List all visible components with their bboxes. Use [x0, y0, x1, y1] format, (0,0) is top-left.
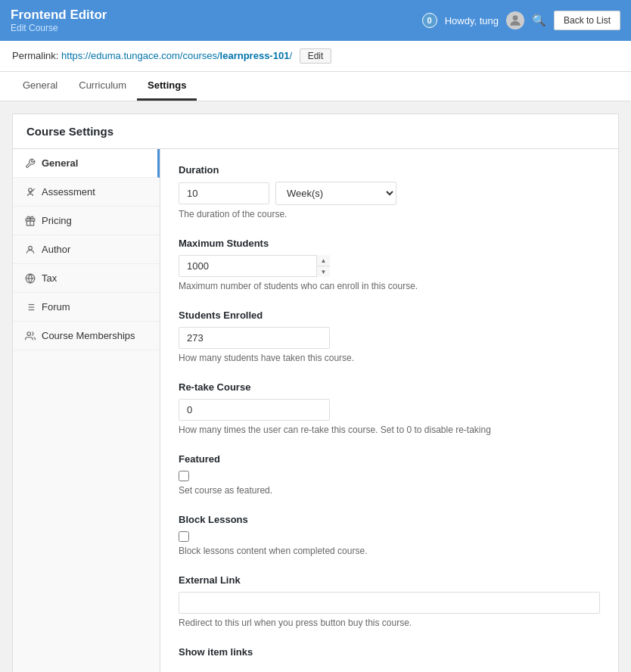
block-lessons-description: Block lessons content when completed cou… — [179, 546, 600, 556]
students-enrolled-label: Students Enrolled — [179, 310, 600, 321]
permalink-bar: Permalink: https://eduma.tungace.com/cou… — [0, 41, 631, 72]
tab-general[interactable]: General — [12, 72, 68, 101]
external-link-input[interactable] — [179, 592, 600, 614]
duration-row: Minutes Hours Days Week(s) Months — [179, 182, 600, 205]
help-icon[interactable]: 0 — [422, 13, 437, 28]
forum-icon — [25, 302, 36, 313]
permalink-label: Permalink: — [12, 50, 58, 61]
external-link-description: Redirect to this url when you press butt… — [179, 618, 600, 628]
max-students-description: Maximum number of students who can enrol… — [179, 281, 600, 291]
featured-description: Set course as featured. — [179, 485, 600, 496]
sidebar-label-assessment: Assessment — [42, 186, 95, 198]
sidebar-item-course-memberships[interactable]: Course Memberships — [13, 322, 160, 350]
max-students-spinner-btns: ▲ ▼ — [316, 255, 330, 277]
featured-checkbox-row — [179, 471, 600, 481]
external-link-section: External Link Redirect to this url when … — [179, 574, 600, 628]
external-link-label: External Link — [179, 574, 600, 586]
search-button[interactable]: 🔍 — [532, 14, 546, 27]
permalink-slug: learnpress-101 — [220, 50, 290, 61]
sidebar-item-forum[interactable]: Forum — [13, 293, 160, 322]
sidebar-item-tax[interactable]: Tax — [13, 264, 160, 293]
sidebar-label-tax: Tax — [42, 272, 57, 284]
svg-point-14 — [27, 331, 31, 335]
avatar[interactable] — [506, 11, 524, 30]
top-bar-right: 0 Howdy, tung 🔍 Back to List — [422, 11, 620, 30]
students-enrolled-section: Students Enrolled How many students have… — [179, 310, 600, 363]
block-lessons-section: Block Lessons Block lessons content when… — [179, 514, 600, 556]
retake-description: How many times the user can re-take this… — [179, 425, 600, 435]
students-enrolled-description: How many students have taken this course… — [179, 353, 600, 363]
sidebar-label-forum: Forum — [42, 301, 70, 313]
back-to-list-button[interactable]: Back to List — [554, 11, 620, 30]
featured-checkbox[interactable] — [179, 471, 189, 481]
svg-point-0 — [513, 15, 518, 20]
students-enrolled-input[interactable] — [179, 327, 330, 349]
app-title: Frontend Editor — [11, 8, 107, 23]
top-bar: Frontend Editor Edit Course 0 Howdy, tun… — [0, 0, 631, 41]
app-subtitle: Edit Course — [11, 23, 107, 33]
duration-section: Duration Minutes Hours Days Week(s) Mont… — [179, 164, 600, 219]
assessment-icon — [25, 187, 36, 198]
featured-label: Featured — [179, 453, 600, 465]
block-lessons-checkbox-row — [179, 531, 600, 542]
duration-description: The duration of the course. — [179, 209, 600, 219]
sidebar-label-course-memberships: Course Memberships — [42, 330, 135, 341]
sidebar-item-author[interactable]: Author — [13, 235, 160, 264]
sidebar-item-assessment[interactable]: Assessment — [13, 178, 160, 207]
memberships-icon — [25, 331, 36, 341]
sidebar-item-general[interactable]: General — [13, 149, 160, 178]
max-students-increment[interactable]: ▲ — [317, 255, 330, 266]
block-lessons-checkbox[interactable] — [179, 531, 189, 542]
max-students-input[interactable] — [179, 255, 330, 277]
author-icon — [25, 244, 36, 255]
svg-point-5 — [29, 246, 33, 250]
permalink-url-start: https://eduma.tungace.com/courses/ — [61, 50, 220, 61]
retake-label: Re-take Course — [179, 381, 600, 393]
permalink-url-end: / — [289, 50, 292, 61]
sidebar-label-general: General — [42, 157, 78, 169]
settings-sidebar: General Assessment Pricing — [13, 149, 160, 672]
tax-icon — [25, 273, 36, 284]
block-lessons-label: Block Lessons — [179, 514, 600, 525]
settings-body: General Assessment Pricing — [13, 149, 618, 672]
sidebar-label-pricing: Pricing — [42, 215, 72, 226]
retake-section: Re-take Course How many times the user c… — [179, 381, 600, 435]
featured-section: Featured Set course as featured. — [179, 453, 600, 496]
pricing-icon — [25, 216, 36, 226]
course-settings-card: Course Settings General Assessment — [12, 114, 619, 672]
tab-settings[interactable]: Settings — [137, 72, 197, 101]
max-students-decrement[interactable]: ▼ — [317, 266, 330, 277]
show-item-links-label: Show item links — [179, 646, 600, 658]
permalink-edit-button[interactable]: Edit — [300, 48, 332, 64]
permalink-url[interactable]: https://eduma.tungace.com/courses/learnp… — [61, 50, 295, 61]
max-students-spinner: ▲ ▼ — [179, 255, 330, 277]
duration-label: Duration — [179, 164, 600, 176]
duration-unit-select[interactable]: Minutes Hours Days Week(s) Months — [275, 182, 396, 205]
howdy-text: Howdy, tung — [445, 15, 499, 26]
tab-curriculum[interactable]: Curriculum — [68, 72, 137, 101]
wrench-icon — [25, 158, 36, 169]
duration-input[interactable] — [179, 182, 269, 204]
main-content: Course Settings General Assessment — [0, 101, 631, 672]
sidebar-item-pricing[interactable]: Pricing — [13, 207, 160, 235]
max-students-label: Maximum Students — [179, 238, 600, 249]
top-bar-left: Frontend Editor Edit Course — [11, 8, 107, 33]
sidebar-label-author: Author — [42, 244, 70, 255]
course-settings-title: Course Settings — [26, 125, 605, 138]
tab-nav: General Curriculum Settings — [0, 72, 631, 101]
course-settings-header: Course Settings — [13, 114, 618, 149]
show-item-links-section: Show item links — [179, 646, 600, 658]
retake-input[interactable] — [179, 399, 330, 421]
max-students-section: Maximum Students ▲ ▼ Maximum number of s… — [179, 238, 600, 291]
settings-content: Duration Minutes Hours Days Week(s) Mont… — [160, 149, 618, 672]
